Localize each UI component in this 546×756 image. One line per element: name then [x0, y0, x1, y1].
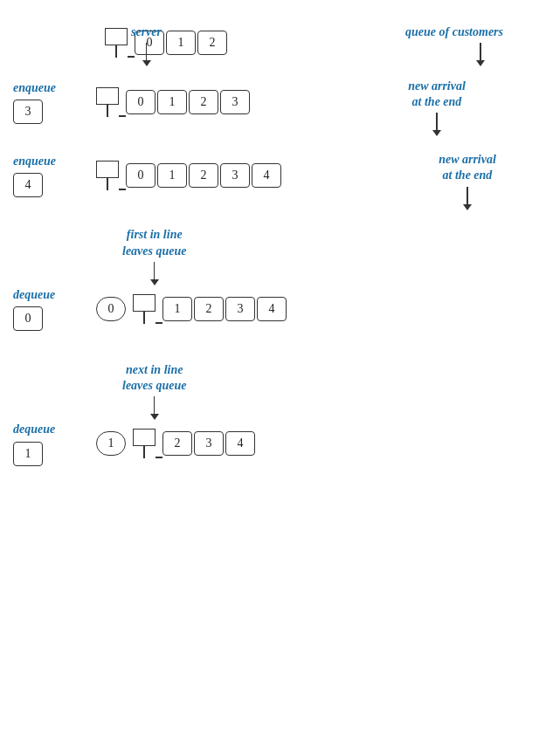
new-arrival-label-2: new arrival at the end	[439, 152, 496, 183]
server-box-4	[133, 294, 156, 312]
node-2: 2	[197, 31, 227, 55]
node-2-s2: 2	[189, 90, 218, 114]
node-0-s3: 0	[126, 163, 156, 188]
section-5: next in line leaves queue dequeue 1 1	[9, 355, 537, 473]
t-base-1	[128, 56, 135, 58]
queue-nodes-4: 1 2 3 4	[162, 297, 287, 321]
t-base-3	[119, 189, 126, 190]
t-structure-5	[133, 429, 162, 458]
node-1-s2: 1	[157, 90, 187, 114]
diagram-container: server queue of customers	[0, 0, 546, 491]
first-in-line-arrow	[150, 262, 159, 285]
t-stem-2	[107, 105, 108, 117]
next-in-line-arrow	[150, 396, 159, 420]
first-in-line-label: first in line leaves queue	[122, 227, 186, 258]
queue-customers-label: queue of customers	[405, 24, 503, 40]
new-arrival-label-1: new arrival at the end	[408, 79, 466, 110]
queue-nodes-2: 0 1 2 3	[126, 90, 250, 114]
t-stem-3	[107, 178, 108, 190]
t-structure-3	[96, 161, 126, 190]
queue-nodes-5: 2 3 4	[162, 431, 255, 456]
dequeue-node-0: 0	[96, 297, 126, 321]
node-3-s5: 3	[194, 431, 224, 456]
queue-nodes-3: 0 1 2 3 4	[126, 163, 281, 188]
t-pillar-2	[96, 87, 119, 117]
enqueue-value-1: 3	[13, 100, 43, 124]
t-structure-1	[105, 28, 135, 58]
t-pillar-4	[133, 294, 156, 324]
t-base-5	[156, 457, 162, 458]
node-1-s3: 1	[157, 163, 187, 188]
server-box-5	[133, 429, 156, 446]
t-structure-4	[133, 294, 162, 324]
new-arrival-arrow-2	[463, 187, 472, 210]
section-4: first in line leaves queue dequeue 0 0	[9, 220, 537, 338]
node-4-s5: 4	[225, 431, 255, 456]
t-base-2	[119, 115, 126, 117]
t-stem-4	[143, 312, 145, 324]
node-1: 1	[166, 31, 196, 55]
node-4-s3: 4	[252, 163, 281, 188]
enqueue-label-2: enqueue 4	[9, 154, 96, 197]
node-3-s2: 3	[220, 90, 250, 114]
dequeue-value-1: 0	[13, 306, 43, 331]
dequeue-label-2: dequeue 1	[9, 422, 96, 465]
queue-arrow	[476, 43, 485, 66]
section-2: new arrival at the end enqueue 3	[9, 72, 537, 131]
dequeue-label-1: dequeue 0	[9, 287, 96, 331]
node-2-s3: 2	[189, 163, 218, 188]
node-2-s5: 2	[162, 431, 192, 456]
server-label: server	[131, 24, 162, 40]
dequeue-value-2: 1	[13, 442, 43, 466]
t-stem-1	[115, 45, 117, 58]
server-box-3	[96, 161, 119, 178]
node-0-s2: 0	[126, 90, 156, 114]
node-3-s4: 3	[225, 297, 255, 321]
t-pillar-5	[133, 429, 156, 458]
section-1: server queue of customers	[9, 17, 537, 65]
t-base-4	[156, 322, 162, 324]
node-2-s4: 2	[194, 297, 224, 321]
next-in-line-label: next in line leaves queue	[122, 362, 186, 394]
server-box-1	[105, 28, 128, 45]
enqueue-label-1: enqueue 3	[9, 80, 96, 124]
t-pillar-1	[105, 28, 128, 58]
section-3: new arrival at the end enqueue 4	[9, 145, 537, 204]
node-1-s4: 1	[162, 297, 192, 321]
t-pillar-3	[96, 161, 119, 190]
node-4-s4: 4	[257, 297, 287, 321]
node-3-s3: 3	[220, 163, 250, 188]
enqueue-value-2: 4	[13, 173, 43, 197]
new-arrival-arrow-1	[432, 113, 441, 136]
dequeue-node-1: 1	[96, 431, 126, 456]
t-stem-5	[143, 446, 145, 458]
t-structure-2	[96, 87, 126, 117]
server-box-2	[96, 87, 119, 105]
server-arrow	[142, 43, 151, 66]
